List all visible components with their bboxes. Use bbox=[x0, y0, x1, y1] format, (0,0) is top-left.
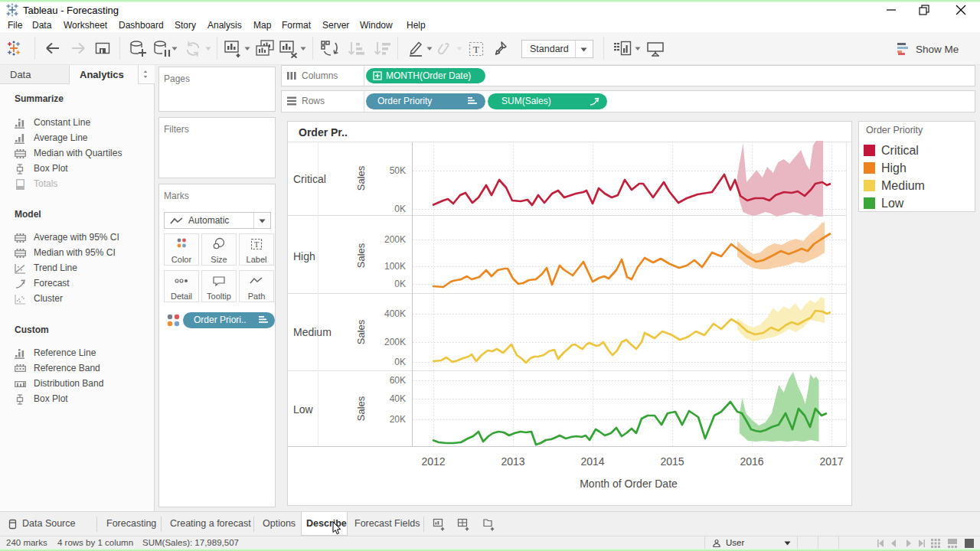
svg-text:200K: 200K bbox=[384, 234, 406, 245]
svg-text:Month of Order Date: Month of Order Date bbox=[580, 478, 678, 490]
svg-text:20K: 20K bbox=[390, 414, 406, 425]
svg-text:Low: Low bbox=[293, 403, 314, 416]
svg-text:2016: 2016 bbox=[740, 455, 763, 468]
svg-text:0K: 0K bbox=[394, 357, 406, 367]
svg-text:2012: 2012 bbox=[421, 455, 445, 468]
svg-text:Sales: Sales bbox=[355, 396, 367, 421]
svg-text:2014: 2014 bbox=[580, 455, 604, 468]
svg-text:200K: 200K bbox=[384, 337, 406, 347]
svg-text:Medium: Medium bbox=[881, 179, 925, 192]
svg-text:Critical: Critical bbox=[293, 173, 326, 185]
svg-text:60K: 60K bbox=[390, 375, 406, 386]
svg-text:Order Priority: Order Priority bbox=[866, 125, 923, 135]
svg-text:Sales: Sales bbox=[355, 165, 367, 191]
svg-text:Order Pr..: Order Pr.. bbox=[299, 126, 348, 139]
svg-text:0K: 0K bbox=[394, 279, 406, 289]
svg-text:High: High bbox=[293, 250, 315, 262]
svg-text:2015: 2015 bbox=[660, 455, 684, 468]
svg-text:50K: 50K bbox=[390, 165, 406, 176]
svg-text:2013: 2013 bbox=[501, 455, 524, 468]
svg-text:2017: 2017 bbox=[819, 455, 843, 468]
svg-text:Sales: Sales bbox=[355, 319, 367, 344]
svg-text:400K: 400K bbox=[384, 308, 406, 319]
svg-text:Medium: Medium bbox=[293, 326, 332, 338]
svg-text:40K: 40K bbox=[390, 393, 406, 404]
svg-text:Low: Low bbox=[881, 197, 904, 210]
svg-text:High: High bbox=[881, 161, 906, 174]
svg-text:Sales: Sales bbox=[355, 243, 367, 268]
svg-text:Critical: Critical bbox=[881, 144, 919, 157]
svg-text:100K: 100K bbox=[384, 261, 406, 272]
svg-text:0K: 0K bbox=[394, 204, 406, 214]
